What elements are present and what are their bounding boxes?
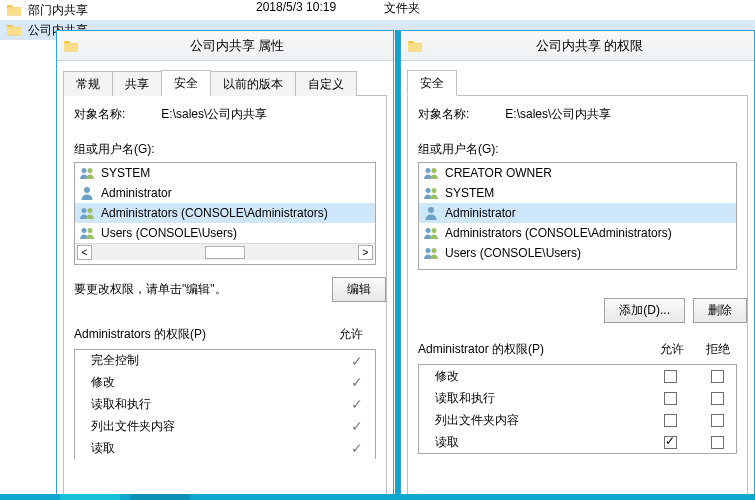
properties-dialog: 公司内共享 属性 常规 共享 安全 以前的版本 自定义 对象名称: E:\sal… <box>56 30 394 500</box>
security-pane: 对象名称: E:\sales\公司内共享 组或用户名(G): CREATOR O… <box>407 95 748 500</box>
perm-header-user: Administrators 的权限(P) <box>74 326 326 343</box>
principals-list[interactable]: SYSTEM Administrator Administrators (CON… <box>74 162 376 265</box>
permissions-table: 修改 读取和执行 列出文件夹内容 读取 <box>418 364 737 454</box>
tabstrip: 安全 <box>407 69 748 95</box>
check-icon: ✓ <box>351 440 363 456</box>
group-users-label: 组或用户名(G): <box>418 141 737 158</box>
edit-hint: 要更改权限，请单击"编辑"。 <box>74 281 227 298</box>
principal-name: Administrator <box>101 186 172 200</box>
allow-checkbox[interactable] <box>664 370 677 383</box>
deny-checkbox[interactable] <box>711 414 724 427</box>
perm-row: 列出文件夹内容 <box>419 409 736 431</box>
perm-row: 读取 ✓ <box>74 437 376 459</box>
perm-name: 读取 <box>419 434 643 451</box>
folder-icon <box>407 38 423 54</box>
perm-row: 读取和执行 <box>419 387 736 409</box>
security-pane: 对象名称: E:\sales\公司内共享 组或用户名(G): SYSTEM Ad… <box>63 95 387 500</box>
principal-name: Administrators (CONSOLE\Administrators) <box>101 206 328 220</box>
window-title: 公司内共享 的权限 <box>431 37 748 55</box>
titlebar[interactable]: 公司内共享 的权限 <box>401 31 754 61</box>
group-icon <box>79 165 95 181</box>
file-type: 文件夹 <box>384 0 420 17</box>
permissions-dialog: 公司内共享 的权限 安全 对象名称: E:\sales\公司内共享 组或用户名(… <box>400 30 755 500</box>
group-icon <box>423 185 439 201</box>
principals-list[interactable]: CREATOR OWNER SYSTEM Administrator Admin… <box>418 162 737 270</box>
taskbar-item[interactable] <box>60 494 120 500</box>
list-item[interactable]: Users (CONSOLE\Users) <box>75 223 375 243</box>
deny-checkbox[interactable] <box>711 392 724 405</box>
group-icon <box>79 205 95 221</box>
tab-security[interactable]: 安全 <box>407 70 457 96</box>
deny-checkbox[interactable] <box>711 370 724 383</box>
perm-header-user: Administrator 的权限(P) <box>418 341 644 358</box>
folder-icon <box>63 38 79 54</box>
tab-customize[interactable]: 自定义 <box>295 71 357 96</box>
list-item[interactable]: Administrators (CONSOLE\Administrators) <box>419 223 736 243</box>
check-icon: ✓ <box>351 418 363 434</box>
add-button[interactable]: 添加(D)... <box>604 298 685 323</box>
remove-button[interactable]: 删除 <box>693 298 747 323</box>
window-title: 公司内共享 属性 <box>87 37 387 55</box>
group-icon <box>79 225 95 241</box>
perm-name: 修改 <box>419 368 643 385</box>
perm-name: 修改 <box>91 374 115 391</box>
perm-row: 完全控制 ✓ <box>74 349 376 371</box>
check-icon: ✓ <box>351 353 363 369</box>
edit-button[interactable]: 编辑 <box>332 277 386 302</box>
perm-row: 修改 <box>419 365 736 387</box>
scroll-thumb[interactable] <box>205 246 245 259</box>
list-item[interactable]: CREATOR OWNER <box>419 163 736 183</box>
list-item[interactable]: Administrator <box>419 203 736 223</box>
allow-checkbox[interactable] <box>664 392 677 405</box>
list-item[interactable]: Administrator <box>75 183 375 203</box>
perm-row: 修改 ✓ <box>74 371 376 393</box>
check-icon: ✓ <box>351 396 363 412</box>
allow-checkbox[interactable] <box>664 414 677 427</box>
tab-general[interactable]: 常规 <box>63 71 113 96</box>
scroll-right-icon[interactable]: > <box>358 245 373 260</box>
principal-name: Administrators (CONSOLE\Administrators) <box>445 226 672 240</box>
group-icon <box>423 165 439 181</box>
taskbar[interactable] <box>0 494 755 500</box>
list-item[interactable]: SYSTEM <box>75 163 375 183</box>
object-name-label: 对象名称: <box>418 106 469 123</box>
principal-name: Users (CONSOLE\Users) <box>445 246 581 260</box>
perm-header-allow: 允许 <box>644 341 699 358</box>
principal-name: CREATOR OWNER <box>445 166 552 180</box>
group-icon <box>423 245 439 261</box>
taskbar-item[interactable] <box>130 494 190 500</box>
object-name-label: 对象名称: <box>74 106 125 123</box>
perm-name: 完全控制 <box>91 352 139 369</box>
principal-name: Users (CONSOLE\Users) <box>101 226 237 240</box>
group-icon <box>423 225 439 241</box>
object-path: E:\sales\公司内共享 <box>505 106 611 123</box>
horizontal-scrollbar[interactable]: < > <box>75 243 375 260</box>
list-item[interactable]: Administrators (CONSOLE\Administrators) <box>75 203 375 223</box>
tab-sharing[interactable]: 共享 <box>112 71 162 96</box>
explorer-row[interactable]: 部门内共享 2018/5/3 10:19 文件夹 <box>0 0 755 20</box>
allow-checkbox[interactable] <box>664 436 677 449</box>
perm-row: 读取和执行 ✓ <box>74 393 376 415</box>
deny-checkbox[interactable] <box>711 436 724 449</box>
tab-previous-versions[interactable]: 以前的版本 <box>210 71 296 96</box>
list-item[interactable]: Users (CONSOLE\Users) <box>419 243 736 263</box>
perm-header-allow: 允许 <box>326 326 376 343</box>
principal-name: SYSTEM <box>101 166 150 180</box>
check-icon: ✓ <box>351 374 363 390</box>
folder-icon <box>6 2 22 18</box>
perm-row: 列出文件夹内容 ✓ <box>74 415 376 437</box>
permissions-table: 完全控制 ✓ 修改 ✓ 读取和执行 ✓ 列出文件夹内容 ✓ 读取 ✓ <box>74 349 376 459</box>
group-users-label: 组或用户名(G): <box>74 141 376 158</box>
user-icon <box>423 205 439 221</box>
principal-name: SYSTEM <box>445 186 494 200</box>
tabstrip: 常规 共享 安全 以前的版本 自定义 <box>63 69 387 95</box>
file-date: 2018/5/3 10:19 <box>256 0 336 14</box>
perm-name: 读取 <box>91 440 115 457</box>
list-item[interactable]: SYSTEM <box>419 183 736 203</box>
principal-name: Administrator <box>445 206 516 220</box>
scroll-left-icon[interactable]: < <box>77 245 92 260</box>
perm-name: 读取和执行 <box>419 390 643 407</box>
titlebar[interactable]: 公司内共享 属性 <box>57 31 393 61</box>
file-name: 部门内共享 <box>28 2 88 19</box>
tab-security[interactable]: 安全 <box>161 70 211 96</box>
